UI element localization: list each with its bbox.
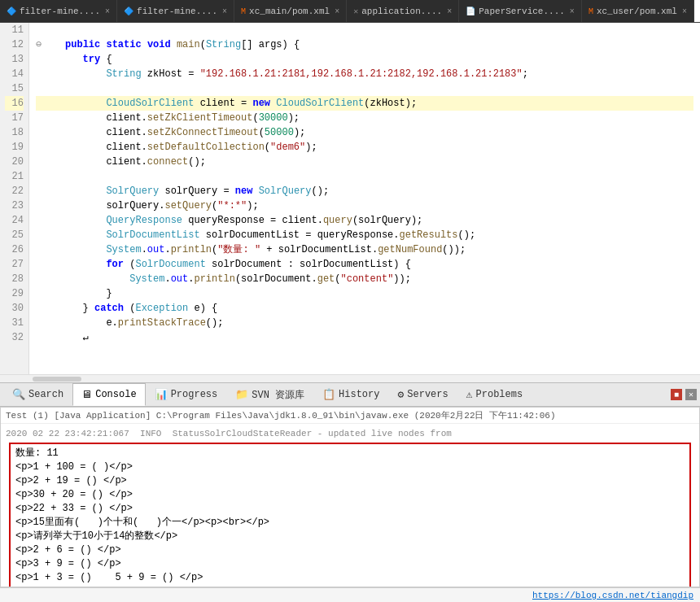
- console-line-7: <p>请列举大于10小于14的整数</p>: [15, 530, 685, 543]
- status-bar: https://blog.csdn.net/tiangdip: [0, 587, 700, 602]
- progress-icon: 📊: [155, 388, 168, 401]
- tab-console[interactable]: 🖥 Console: [72, 383, 145, 406]
- line-numbers: 11 12 13 14 15 16 17 18 19 20 21 22 23 2…: [0, 23, 29, 374]
- history-icon: 📋: [322, 388, 335, 401]
- paper-icon-1: 📄: [466, 7, 475, 16]
- tab-application[interactable]: ✕ application.... ×: [347, 0, 459, 23]
- code-line-31: e.printStackTrace();: [36, 316, 693, 330]
- problems-icon: ⚠: [466, 388, 473, 401]
- code-line-26: System.out.println("数量: " + solrDocument…: [36, 242, 693, 257]
- stop-button[interactable]: ■: [671, 389, 682, 400]
- tab-filter-1[interactable]: 🔷 filter-mine.... ×: [0, 0, 117, 23]
- code-line-13: try {: [36, 52, 693, 67]
- code-line-27: for (SolrDocument solrDocument : solrDoc…: [36, 257, 693, 272]
- search-icon: 🔍: [12, 388, 25, 401]
- close-icon-3[interactable]: ×: [335, 7, 339, 16]
- console-line-8: <p>2 + 6 = () </p>: [15, 543, 685, 557]
- code-line-16: CloudSolrClient client = new CloudSolrCl…: [36, 96, 693, 111]
- code-line-14: String zkHost = "192.168.1.21:2181,192.1…: [36, 67, 693, 81]
- tab-history[interactable]: 📋 History: [313, 383, 388, 406]
- svn-icon: 📁: [235, 388, 248, 401]
- code-line-23: solrQuery.setQuery("*:*");: [36, 198, 693, 213]
- code-line-11: [36, 23, 693, 37]
- code-line-17: client.setZkClientTimeout(30000);: [36, 111, 693, 125]
- console-output-box: 数量: 11 <p>1 + 100 = ( )</p> <p>2 + 19 = …: [9, 443, 691, 587]
- code-line-21: [36, 169, 693, 184]
- code-editor: 11 12 13 14 15 16 17 18 19 20 21 22 23 2…: [0, 23, 700, 374]
- tab-progress[interactable]: 📊 Progress: [146, 383, 227, 406]
- code-line-28: System.out.println(solrDocument.get("con…: [36, 272, 693, 286]
- status-url: https://blog.csdn.net/tiangdip: [532, 591, 693, 600]
- tab-servers[interactable]: ⚙ Servers: [388, 383, 457, 406]
- console-line-10: <p>1 + 3 = () 5 + 9 = () </p>: [15, 571, 685, 585]
- console-line-4: <p>30 + 20 = () </p>: [15, 488, 685, 502]
- console-line-6: <p>15里面有( )个十和( )个一</p><p><br></p>: [15, 516, 685, 530]
- m-icon-2: M: [588, 7, 593, 16]
- code-content[interactable]: ⊖ public static void main(String[] args)…: [29, 23, 700, 374]
- close-icon-1[interactable]: ×: [105, 7, 110, 16]
- editor-scrollbar[interactable]: [0, 374, 700, 382]
- java-icon-2: 🔷: [124, 7, 133, 16]
- console-output: 2020 02 22 23:42:21:067 INFO StatusSolrC…: [1, 424, 699, 587]
- code-line-32: ↵: [36, 330, 693, 345]
- close-icon-4[interactable]: ×: [447, 7, 452, 16]
- code-line-29: }: [36, 286, 693, 301]
- bottom-tab-bar: 🔍 Search 🖥 Console 📊 Progress 📁 SVN 资源库 …: [0, 382, 700, 407]
- console-line-3: <p>2 + 19 = () </p>: [15, 474, 685, 488]
- console-line-1: 数量: 11: [15, 447, 685, 460]
- console-line-5: <p>22 + 33 = () </p>: [15, 502, 685, 516]
- code-line-25: SolrDocumentList solrDocumentList = quer…: [36, 228, 693, 242]
- code-line-22: SolrQuery solrQuery = new SolrQuery();: [36, 184, 693, 198]
- tab-pom-user[interactable]: M xc_user/pom.xml ×: [582, 0, 694, 23]
- console-scroll-info: 2020 02 22 23:42:21:067 INFO StatusSolrC…: [6, 427, 694, 441]
- m-icon-1: M: [241, 7, 246, 16]
- console-line-2: <p>1 + 100 = ( )</p>: [15, 460, 685, 474]
- close-icon-5[interactable]: ×: [570, 7, 575, 16]
- tab-problems[interactable]: ⚠ Problems: [457, 383, 532, 406]
- code-line-18: client.setZkConnectTimeout(50000);: [36, 125, 693, 140]
- code-line-20: client.connect();: [36, 155, 693, 169]
- tab-svn[interactable]: 📁 SVN 资源库: [226, 383, 313, 406]
- java-icon-1: 🔷: [7, 7, 16, 16]
- console-info-bar: Test (1) [Java Application] C:\Program F…: [1, 408, 699, 424]
- console-area: Test (1) [Java Application] C:\Program F…: [0, 407, 700, 587]
- x-icon-1: ✕: [353, 7, 358, 16]
- tab-bar: 🔷 filter-mine.... × 🔷 filter-mine.... × …: [0, 0, 700, 23]
- tab-search[interactable]: 🔍 Search: [3, 383, 72, 406]
- code-line-15: [36, 81, 693, 96]
- tab-paper-service[interactable]: 📄 PaperService.... ×: [459, 0, 582, 23]
- bottom-tab-actions: ■ ✕: [671, 389, 697, 400]
- tab-pom-main[interactable]: M xc_main/pom.xml ×: [234, 0, 347, 23]
- close-console-button[interactable]: ✕: [685, 389, 697, 400]
- close-icon-6[interactable]: ×: [682, 7, 687, 16]
- code-line-30: } catch (Exception e) {: [36, 301, 693, 316]
- code-line-12: ⊖ public static void main(String[] args)…: [36, 37, 693, 52]
- scrollbar-thumb[interactable]: [33, 377, 81, 382]
- code-line-19: client.setDefaultCollection("dem6");: [36, 140, 693, 155]
- code-line-24: QueryResponse queryResponse = client.que…: [36, 213, 693, 228]
- console-icon: 🖥: [81, 389, 92, 401]
- console-line-9: <p>3 + 9 = () </p>: [15, 557, 685, 571]
- tab-filter-2[interactable]: 🔷 filter-mine.... ×: [117, 0, 234, 23]
- servers-icon: ⚙: [397, 388, 404, 401]
- close-icon-2[interactable]: ×: [222, 7, 227, 16]
- tab-test[interactable]: 🔷 Tes... ×: [694, 0, 700, 23]
